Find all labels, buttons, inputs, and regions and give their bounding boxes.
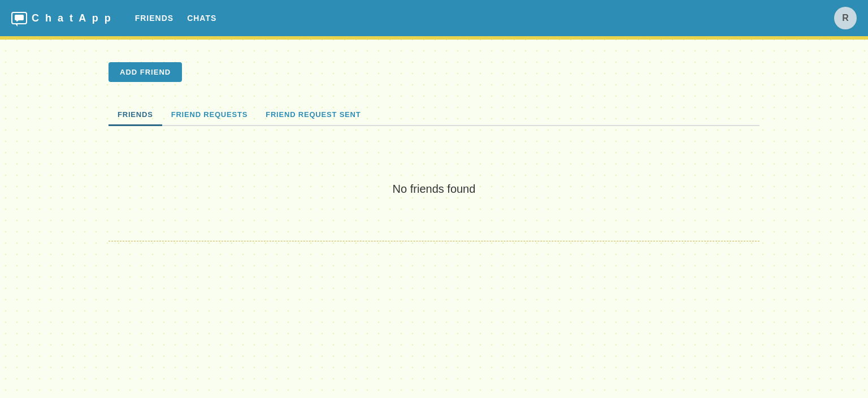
tabs-container: FRIENDS FRIEND REQUESTS FRIEND REQUEST S… bbox=[108, 105, 760, 126]
brand-text: C h a t A p p bbox=[32, 12, 112, 24]
tab-friends[interactable]: FRIENDS bbox=[108, 105, 162, 126]
empty-state: No friends found bbox=[108, 149, 760, 230]
svg-rect-0 bbox=[15, 15, 24, 20]
main-content: ADD FRIEND FRIENDS FRIEND REQUESTS FRIEN… bbox=[0, 40, 868, 275]
add-friend-button[interactable]: ADD FRIEND bbox=[108, 62, 182, 82]
content-divider bbox=[108, 241, 760, 241]
navbar: C h a t A p p FRIENDS CHATS R bbox=[0, 0, 868, 36]
navbar-nav: FRIENDS CHATS bbox=[135, 14, 217, 23]
avatar[interactable]: R bbox=[834, 7, 857, 29]
empty-state-text: No friends found bbox=[108, 183, 760, 196]
tab-friend-requests[interactable]: FRIEND REQUESTS bbox=[162, 105, 257, 126]
chat-icon bbox=[11, 12, 27, 24]
brand-link[interactable]: C h a t A p p bbox=[11, 12, 112, 24]
tab-friend-request-sent[interactable]: FRIEND REQUEST SENT bbox=[257, 105, 370, 126]
nav-friends-link[interactable]: FRIENDS bbox=[135, 14, 173, 23]
nav-chats-link[interactable]: CHATS bbox=[187, 14, 216, 23]
navbar-right: R bbox=[834, 7, 857, 29]
svg-marker-1 bbox=[16, 20, 19, 21]
